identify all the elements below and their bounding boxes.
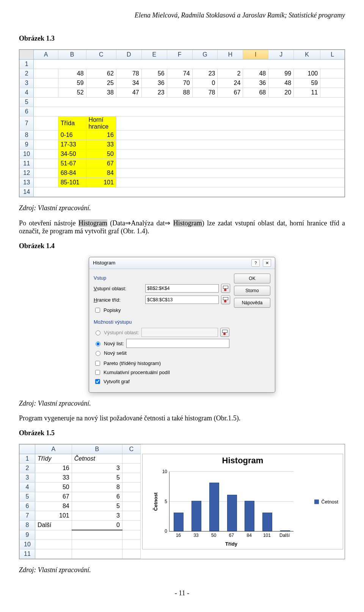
row-header[interactable]: 1 [20,60,34,69]
class-label[interactable]: 51-67 [58,159,86,168]
cell[interactable]: 62 [86,69,116,79]
cell[interactable]: 78 [116,69,141,79]
class-bound[interactable]: 101 [86,178,116,187]
new-book-radio[interactable] [96,351,100,356]
col-header[interactable]: C [86,50,116,60]
row-header[interactable]: 13 [20,178,34,187]
row-header[interactable]: 11 [20,549,35,559]
class-bound[interactable]: 16 [86,131,116,140]
input-range-field[interactable] [145,284,219,293]
row-header[interactable]: 8 [20,131,34,140]
col-header[interactable]: D [116,50,141,60]
cell[interactable]: 47 [116,88,141,98]
col-header-selected[interactable]: I [243,50,268,60]
cell[interactable]: 8 [72,483,122,492]
range-picker-icon[interactable] [220,328,229,337]
cell[interactable]: 2 [218,69,243,79]
cell[interactable]: 67 [35,492,72,502]
class-label[interactable]: 17-33 [58,140,86,149]
cell[interactable]: 59 [58,79,86,88]
class-header-label[interactable]: Třída [58,116,86,131]
col-header[interactable]: J [268,50,294,60]
cell[interactable]: Další [35,521,72,530]
cell[interactable]: 34 [116,79,141,88]
cell[interactable]: 20 [268,88,294,98]
labels-checkbox[interactable] [95,308,100,313]
col-header[interactable]: H [218,50,243,60]
class-label[interactable]: 68-84 [58,168,86,178]
col-header[interactable]: C [122,445,140,454]
col-header[interactable]: K [294,50,320,60]
cell[interactable]: 48 [58,69,86,79]
class-label[interactable]: 85-101 [58,178,86,187]
cell[interactable]: 16 [35,464,72,473]
row-header[interactable]: 12 [20,168,34,178]
row-header[interactable]: 2 [20,464,35,473]
class-bound[interactable]: 33 [86,140,116,149]
col-header[interactable]: A [34,50,58,60]
help-button[interactable]: Nápověda [234,298,270,308]
cell[interactable]: 5 [72,502,122,511]
cell[interactable]: 101 [35,511,72,521]
row-header[interactable]: 8 [20,521,35,530]
pareto-checkbox[interactable] [95,361,100,366]
help-icon[interactable]: ? [251,259,260,267]
cell[interactable]: 3 [72,464,122,473]
class-label[interactable]: 34-50 [58,149,86,159]
cell[interactable]: 48 [243,69,268,79]
cell[interactable]: 70 [167,79,192,88]
col-header[interactable]: F [167,50,192,60]
row-header[interactable]: 4 [20,483,35,492]
new-sheet-radio[interactable] [96,341,100,346]
row-header[interactable]: 11 [20,159,34,168]
cell[interactable]: 36 [243,79,268,88]
class-bound[interactable]: 50 [86,149,116,159]
cell[interactable]: 99 [268,69,294,79]
col-header[interactable]: L [320,50,345,60]
sheet-corner[interactable] [20,445,35,454]
cell[interactable]: 25 [86,79,116,88]
row-header[interactable]: 6 [20,502,35,511]
output-range-radio[interactable] [96,330,100,335]
cell[interactable]: 48 [268,79,294,88]
col-header[interactable]: E [141,50,167,60]
row-header[interactable]: 3 [20,79,34,88]
bin-range-field[interactable] [145,296,219,304]
cell[interactable]: 23 [192,69,218,79]
class-label[interactable]: 0-16 [58,131,86,140]
cell[interactable]: 88 [167,88,192,98]
col-header[interactable]: A [35,445,72,454]
row-header[interactable]: 5 [20,98,34,107]
row-header[interactable]: 9 [20,530,35,540]
close-icon[interactable]: ✕ [263,259,271,267]
cell[interactable]: 59 [294,79,320,88]
cell[interactable]: 36 [141,79,167,88]
cell[interactable]: 84 [35,502,72,511]
cell[interactable]: 56 [141,69,167,79]
cell[interactable]: 24 [218,79,243,88]
row-header[interactable]: 9 [20,140,34,149]
cell[interactable]: 50 [35,483,72,492]
cell[interactable]: 67 [218,88,243,98]
row-header[interactable]: 6 [20,107,34,116]
class-bound[interactable]: 67 [86,159,116,168]
cell[interactable]: 0 [192,79,218,88]
range-picker-icon[interactable] [221,295,230,304]
dialog-titlebar[interactable]: Histogram ? ✕ [89,257,275,269]
row-header[interactable]: 14 [20,187,34,197]
cell[interactable]: 23 [141,88,167,98]
row-header[interactable]: 7 [20,116,34,131]
row-header[interactable]: 10 [20,540,35,549]
row-header[interactable]: 5 [20,492,35,502]
sheet-corner[interactable] [20,50,34,60]
row-header[interactable]: 3 [20,473,35,483]
cell[interactable]: 74 [167,69,192,79]
ok-button[interactable]: OK [234,274,270,283]
cancel-button[interactable]: Storno [234,286,270,296]
col-header[interactable]: G [192,50,218,60]
cumulative-checkbox[interactable] [95,370,100,375]
cell[interactable]: 33 [35,473,72,483]
new-sheet-name-field[interactable] [126,339,229,348]
row-header[interactable]: 1 [20,454,35,464]
header-count[interactable]: Četnost [72,454,122,464]
